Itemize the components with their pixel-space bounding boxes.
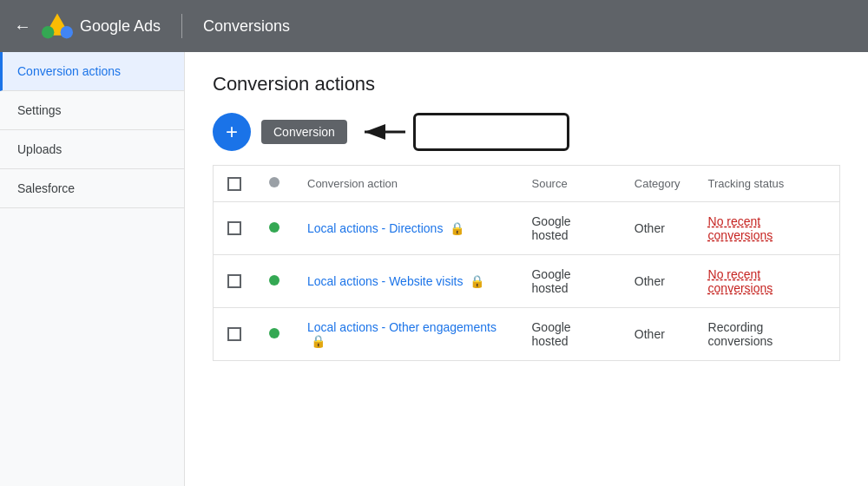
svg-point-2 bbox=[42, 26, 54, 38]
page-heading: Conversion actions bbox=[213, 73, 840, 95]
plus-icon: + bbox=[226, 120, 238, 144]
logo: Google Ads bbox=[42, 10, 161, 42]
conversion-action-link[interactable]: Local actions - Directions bbox=[307, 221, 443, 235]
status-dot bbox=[269, 275, 279, 286]
source-cell: Google hosted bbox=[517, 307, 620, 360]
app-name: Google Ads bbox=[80, 17, 161, 36]
category-cell: Other bbox=[621, 201, 694, 254]
table-row: Local actions - Website visits 🔒 Google … bbox=[214, 254, 839, 307]
main-content: Conversion actions + Conversion bbox=[185, 52, 868, 486]
tracking-status: No recent conversions bbox=[708, 267, 773, 295]
source-cell: Google hosted bbox=[517, 201, 620, 254]
category-cell: Other bbox=[621, 307, 694, 360]
header: ← Google Ads Conversions bbox=[0, 0, 868, 52]
row-checkbox[interactable] bbox=[227, 274, 241, 288]
conversion-badge: Conversion bbox=[261, 120, 347, 144]
header-page-title: Conversions bbox=[203, 17, 290, 36]
arrow-icon bbox=[358, 113, 410, 151]
col-checkbox bbox=[214, 166, 255, 201]
sidebar-item-salesforce[interactable]: Salesforce bbox=[0, 169, 184, 208]
layout: Conversion actions Settings Uploads Sale… bbox=[0, 52, 868, 486]
header-divider bbox=[181, 14, 182, 38]
col-source: Source bbox=[517, 166, 620, 201]
conversion-table: Conversion action Source Category Tracki… bbox=[213, 165, 840, 361]
sidebar-item-conversion-actions[interactable]: Conversion actions bbox=[0, 52, 184, 91]
table-row: Local actions - Directions 🔒 Google host… bbox=[214, 201, 839, 254]
header-status-dot bbox=[269, 177, 279, 187]
sidebar: Conversion actions Settings Uploads Sale… bbox=[0, 52, 185, 486]
table-row: Local actions - Other engagements 🔒 Goog… bbox=[214, 307, 839, 360]
source-cell: Google hosted bbox=[517, 254, 620, 307]
sidebar-item-settings[interactable]: Settings bbox=[0, 91, 184, 130]
back-button[interactable]: ← bbox=[14, 16, 31, 36]
category-cell: Other bbox=[621, 254, 694, 307]
col-category: Category bbox=[621, 166, 694, 201]
arrow-annotation bbox=[358, 113, 569, 151]
tracking-status: Recording conversions bbox=[708, 320, 773, 348]
col-conversion-action: Conversion action bbox=[293, 166, 517, 201]
svg-point-1 bbox=[61, 26, 73, 38]
col-tracking-status: Tracking status bbox=[694, 166, 839, 201]
lock-icon: 🔒 bbox=[311, 334, 326, 348]
conversion-action-link[interactable]: Local actions - Website visits bbox=[307, 274, 463, 288]
col-status-dot bbox=[255, 166, 293, 201]
toolbar: + Conversion bbox=[213, 113, 840, 151]
sidebar-item-uploads[interactable]: Uploads bbox=[0, 130, 184, 169]
lock-icon: 🔒 bbox=[470, 274, 484, 288]
highlight-box bbox=[413, 113, 569, 151]
table-header-row: Conversion action Source Category Tracki… bbox=[214, 166, 839, 201]
header-checkbox[interactable] bbox=[227, 177, 241, 191]
lock-icon: 🔒 bbox=[450, 221, 464, 235]
row-checkbox[interactable] bbox=[227, 221, 241, 235]
conversion-action-link[interactable]: Local actions - Other engagements bbox=[307, 320, 496, 334]
row-checkbox[interactable] bbox=[227, 327, 241, 341]
tracking-status: No recent conversions bbox=[708, 214, 773, 242]
status-dot bbox=[269, 328, 279, 338]
add-conversion-button[interactable]: + bbox=[213, 113, 251, 151]
status-dot bbox=[269, 222, 279, 233]
